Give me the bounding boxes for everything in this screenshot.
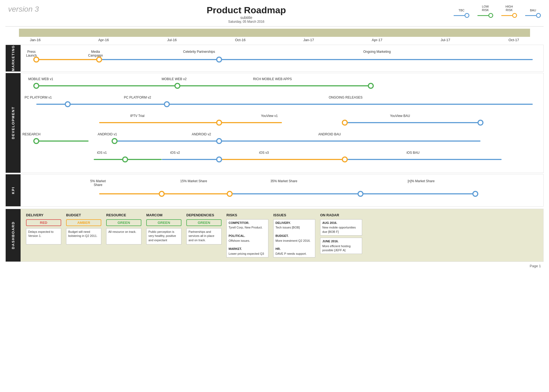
legend-low-risk-label: LOWRISK <box>482 5 489 12</box>
marketing-label: MARKETING <box>6 45 21 71</box>
issue-item-1: DELIVERY. Tech issues [BOB] <box>275 221 313 230</box>
development-label: DEVELOPMENT <box>6 73 21 173</box>
kpi-content: 5% MarketShare 15% Market Share 35% Mark… <box>21 174 543 206</box>
development-section: DEVELOPMENT MOBILE WEB v1 MOBILE WEB v2 … <box>5 73 544 173</box>
label-media-campaign: MediaCampaign <box>83 50 108 57</box>
marketing-section: MARKETING PressLaunch MediaCampaign Cele… <box>5 45 544 72</box>
risks-title: RISKS <box>226 213 268 217</box>
month-oct17: Oct-17 <box>498 38 530 42</box>
month-jul17: Jul-17 <box>429 38 462 42</box>
delivery-col: DELIVERY RED Delays expected to Version … <box>26 213 61 257</box>
risk-item-3: MARKET. Lower pricing expected Q3 <box>229 247 266 256</box>
issue-3-head: HR. <box>275 247 313 251</box>
timeline-months: Jan-16 Apr-16 Jul-16 Oct-16 Jan-17 Apr-1… <box>0 37 549 45</box>
issues-text: DELIVERY. Tech issues [BOB] BUDGET. More… <box>273 219 315 257</box>
label-android-bau: ANDROID BAU <box>313 132 346 136</box>
page-header: version 3 Product Roadmap subtitle Satur… <box>0 0 549 26</box>
risk-3-body: Lower pricing expected Q3 <box>229 252 266 256</box>
ios-row: iOS v1 iOS v2 iOS v3 iOS BAU <box>21 149 543 168</box>
issue-2-body: More investment Q2 2016. <box>275 239 313 243</box>
onradar-text1: AUG 2016. New mobile opportunities due [… <box>320 219 362 236</box>
month-oct16: Oct-16 <box>224 38 256 42</box>
issue-1-head: DELIVERY. <box>275 221 313 225</box>
legend-tbc-label: TBC <box>459 9 464 12</box>
label-5pct: 5% MarketShare <box>89 179 108 187</box>
dependencies-badge: GREEN <box>186 219 222 226</box>
marcom-col: MARCOM GREEN Public perception is very h… <box>146 213 181 257</box>
page-number: Page 1 <box>0 262 549 270</box>
onradar-text2: JUNE 2016. More efficient hosting possib… <box>320 238 362 254</box>
risk-2-body: Offshore issues. <box>229 239 266 243</box>
budget-badge: AMBER <box>66 219 101 226</box>
iptv-row: IPTV Trial YouView v1 YouView BAU <box>21 113 543 131</box>
marcom-title: MARCOM <box>146 213 181 217</box>
label-ios-v3: iOS v3 <box>256 151 272 155</box>
label-pc-v1: PC PLATFORM v1 <box>21 96 56 99</box>
resource-text: All resource on track. <box>106 228 141 244</box>
label-mobile-web-v2: MOBILE WEB v2 <box>157 77 192 81</box>
label-15pct: 15% Market Share <box>177 179 210 183</box>
dashboard-content: DELIVERY RED Delays expected to Version … <box>21 209 543 262</box>
dashboard-section: DASHBOARD DELIVERY RED Delays expected t… <box>5 209 544 262</box>
label-ios-bau: iOS BAU <box>402 151 424 155</box>
label-press-launch: PressLaunch <box>21 50 42 57</box>
legend-bau-line <box>525 13 541 18</box>
label-youview-v1: YouView v1 <box>256 114 283 118</box>
onradar-col: ON RADAR AUG 2016. New mobile opportunit… <box>320 213 362 257</box>
month-jan17: Jan-17 <box>293 38 325 42</box>
label-ongoing-releases: ONGOING RELEASES <box>319 96 373 99</box>
issue-item-2: BUDGET. More investment Q2 2016. <box>275 234 313 243</box>
page-title: Product Roadmap <box>207 5 286 15</box>
month-apr16: Apr-16 <box>87 38 120 42</box>
onradar-title: ON RADAR <box>320 213 362 217</box>
label-pc-v2: PC PLATFORM v2 <box>120 96 155 99</box>
label-ongoing-marketing: Ongoing Marketing <box>350 50 404 54</box>
budget-col: BUDGET AMBER Budget will need bolstering… <box>66 213 101 257</box>
header-separator <box>5 26 544 27</box>
risks-text: COMPETITOR. Tyrell Corp, New Product. PO… <box>226 219 268 257</box>
issues-title: ISSUES <box>273 213 315 217</box>
budget-text: Budget will need bolstering in Q2 2011. <box>66 228 101 244</box>
label-android-v2: ANDROID v2 <box>188 132 215 136</box>
month-jul16: Jul-16 <box>156 38 188 42</box>
risk-2-head: POLITICAL. <box>229 234 266 238</box>
android-row: RESEARCH ANDROID v1 ANDROID v2 ANDROID B… <box>21 131 543 149</box>
label-rich-mobile: RICH MOBILE WEB APPS <box>245 77 300 81</box>
marketing-swimlane: PressLaunch MediaCampaign Celebrity Part… <box>21 48 543 69</box>
kpi-label: KPI <box>6 174 21 206</box>
label-mobile-web-v1: MOBILE WEB v1 <box>26 77 56 81</box>
resource-col: RESOURCE GREEN All resource on track. <box>106 213 141 257</box>
legend-high-risk-label: HIGHRISK <box>505 5 513 12</box>
label-ios-v2: iOS v2 <box>167 151 183 155</box>
dependencies-col: DEPENDENCIES GREEN Partnerships and serv… <box>186 213 222 257</box>
radar-2-body: More efficient hosting possible [JEFF A] <box>322 244 360 253</box>
issue-item-3: HR. DAVE P needs support. <box>275 247 313 256</box>
issue-2-head: BUDGET. <box>275 234 313 238</box>
legend-bau: BAU <box>525 9 541 18</box>
legend-high-risk-line <box>501 13 517 18</box>
risk-item-1: COMPETITOR. Tyrell Corp, New Product. <box>229 221 266 230</box>
legend: TBC LOWRISK HIGHRISK BAU <box>454 5 541 19</box>
dependencies-title: DEPENDENCIES <box>186 213 222 217</box>
radar-1-head: AUG 2016. <box>322 221 360 225</box>
legend-low-risk-line <box>477 13 493 18</box>
version-label: version 3 <box>8 5 39 14</box>
radar-1-body: New mobile opportunities due [BOB F] <box>322 226 360 234</box>
legend-bau-label: BAU <box>530 9 536 12</box>
label-android-v1: ANDROID v1 <box>94 132 121 136</box>
radar-2-head: JUNE 2016. <box>322 239 360 243</box>
title-block: Product Roadmap subtitle Saturday, 05 Ma… <box>207 5 286 24</box>
delivery-text: Delays expected to Version 1. <box>26 228 61 244</box>
label-youview-bau: YouView BAU <box>386 114 414 118</box>
subtitle: subtitle <box>207 15 286 20</box>
kpi-swimlane: 5% MarketShare 15% Market Share 35% Mark… <box>21 177 543 203</box>
risk-item-2: POLITICAL. Offshore issues. <box>229 234 266 243</box>
legend-high-risk: HIGHRISK <box>501 5 517 18</box>
delivery-badge: RED <box>26 219 61 226</box>
pc-platform-row: PC PLATFORM v1 PC PLATFORM v2 ONGOING RE… <box>21 94 543 113</box>
budget-title: BUDGET <box>66 213 101 217</box>
date: Saturday, 05 March 2016 <box>207 20 286 24</box>
label-npct: [n]% Market Share <box>402 179 440 183</box>
risk-1-body: Tyrell Corp, New Product. <box>229 226 266 230</box>
timeline-bar <box>19 29 530 37</box>
